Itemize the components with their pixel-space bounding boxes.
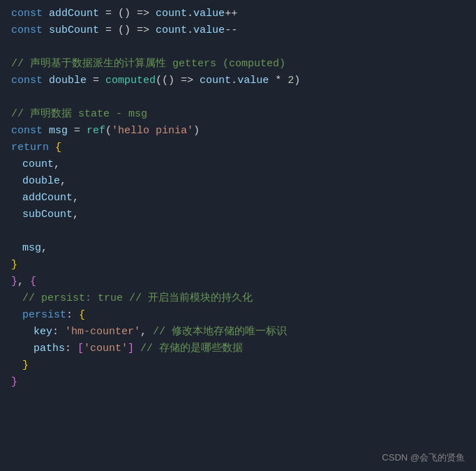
keyword: persist [22, 307, 66, 324]
arrow: => [174, 73, 200, 89]
code-line: return { [0, 140, 476, 156]
identifier: count [156, 22, 187, 39]
identifier: msg [22, 240, 41, 257]
identifier: subCount [22, 207, 73, 223]
operator: -- [225, 22, 237, 39]
code-editor: const addCount = () => count.value++ con… [0, 0, 476, 471]
comment: // 修改本地存储的唯一标识 [153, 324, 287, 341]
code-line [0, 89, 476, 106]
operator: = [99, 22, 118, 39]
comma: , [73, 207, 79, 223]
code-line: const addCount = () => count.value++ [0, 6, 476, 22]
identifier: key [34, 324, 52, 341]
paren: (() [156, 73, 174, 89]
comma: , [54, 156, 60, 173]
dot: . [187, 22, 193, 39]
string: 'hm-counter' [65, 324, 140, 341]
code-line: count, [0, 156, 476, 173]
colon: : [66, 307, 79, 324]
function-name: computed [105, 73, 156, 89]
bracket: ] [128, 341, 134, 357]
operator: = [68, 123, 87, 140]
code-line: // 声明数据 state - msg [0, 106, 476, 123]
identifier: subCount [49, 22, 99, 39]
identifier: paths [34, 341, 65, 357]
operator: = [99, 6, 118, 22]
code-line: const msg = ref('hello pinia') [0, 123, 476, 140]
code-line: double, [0, 173, 476, 190]
operator: ++ [225, 6, 237, 22]
string: 'hello pinia' [112, 123, 193, 140]
space [134, 341, 140, 357]
comment: // 存储的是哪些数据 [140, 341, 243, 357]
code-line: }, { [0, 274, 476, 290]
dot: . [187, 6, 193, 22]
identifier: addCount [49, 6, 99, 22]
arrow: => [131, 22, 156, 39]
code-line: msg, [0, 240, 476, 257]
colon: : [65, 341, 77, 357]
code-line: // 声明基于数据派生的计算属性 getters (computed) [0, 56, 476, 73]
identifier: double [49, 73, 87, 89]
code-line: key: 'hm-counter', // 修改本地存储的唯一标识 [0, 324, 476, 341]
comma: , [60, 173, 66, 190]
paren: ( [105, 123, 112, 140]
code-line: } [0, 257, 476, 274]
watermark: CSDN @会飞的贤鱼 [382, 451, 465, 465]
identifier: count [156, 6, 187, 22]
code-line: const double = computed(() => count.valu… [0, 73, 476, 89]
keyword: const [11, 123, 49, 140]
comma: , [140, 324, 153, 341]
keyword: const [11, 6, 49, 22]
comma: , [73, 190, 79, 207]
code-line: } [0, 357, 476, 374]
keyword: const [11, 73, 49, 89]
operator: = [87, 73, 105, 89]
code-line: addCount, [0, 190, 476, 207]
paren: ) [193, 123, 200, 140]
brace: } [11, 374, 17, 391]
colon: : [52, 324, 65, 341]
property: value [237, 73, 269, 89]
property: value [193, 22, 225, 39]
identifier: count [200, 73, 231, 89]
brace: } [11, 274, 17, 290]
brace: { [55, 140, 61, 156]
code-line: subCount, [0, 207, 476, 223]
code-line: const subCount = () => count.value-- [0, 22, 476, 39]
identifier: addCount [22, 190, 73, 207]
brace: } [11, 257, 17, 274]
keyword: const [11, 22, 49, 39]
identifier: msg [49, 123, 68, 140]
code-line [0, 223, 476, 240]
comment: // 声明数据 state - msg [11, 106, 147, 123]
identifier: count [22, 156, 54, 173]
function-name: ref [87, 123, 105, 140]
identifier: double [22, 173, 60, 190]
comma: , [41, 240, 47, 257]
brace: { [79, 307, 85, 324]
paren: () [118, 6, 131, 22]
brace: { [30, 274, 36, 290]
bracket: [ [77, 341, 84, 357]
paren: ) [294, 73, 300, 89]
arrow: => [131, 6, 156, 22]
keyword: return [11, 140, 55, 156]
comma: , [17, 274, 30, 290]
comment: // persist: true // 开启当前模块的持久化 [22, 290, 253, 307]
code-line [0, 39, 476, 56]
string: 'count' [84, 341, 128, 357]
code-line: } [0, 374, 476, 391]
property: value [193, 6, 225, 22]
paren: () [118, 22, 131, 39]
brace: } [22, 357, 29, 374]
comment: // 声明基于数据派生的计算属性 getters (computed) [11, 56, 285, 73]
code-line: // persist: true // 开启当前模块的持久化 [0, 290, 476, 307]
number: 2 [288, 73, 294, 89]
code-line: paths: ['count'] // 存储的是哪些数据 [0, 341, 476, 357]
dot: . [231, 73, 237, 89]
operator: * [269, 73, 288, 89]
code-line: persist: { [0, 307, 476, 324]
